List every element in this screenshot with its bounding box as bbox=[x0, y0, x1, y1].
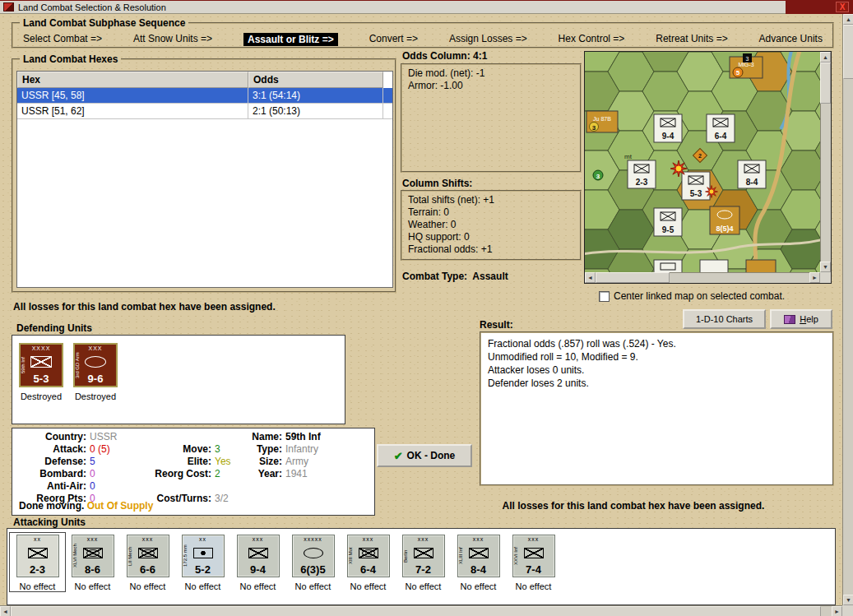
attacking-unit[interactable]: xxx XIII Mot 6-4 No effect bbox=[341, 533, 396, 591]
svg-text:6-4: 6-4 bbox=[715, 132, 727, 141]
window-vertical-scrollbar[interactable]: ▲ ▼ bbox=[842, 14, 853, 605]
scroll-up-button[interactable]: ▲ bbox=[843, 14, 853, 25]
svg-text:5-3: 5-3 bbox=[690, 189, 702, 198]
attacking-unit[interactable]: xxx Berlin 7-2 No effect bbox=[396, 533, 451, 591]
map-unit-counter[interactable]: 2-3 bbox=[628, 160, 656, 188]
shift-line: Terrain: 0 bbox=[408, 206, 574, 219]
info-value: 0 (5) bbox=[90, 443, 110, 455]
map-unit-counter[interactable]: 8(5)4 bbox=[710, 206, 739, 234]
attacking-unit[interactable]: xxx LII Mech 6-6 No effect bbox=[120, 533, 175, 591]
attacking-unit[interactable]: xxxxx 6(3)5 No effect bbox=[285, 533, 341, 591]
attacking-unit[interactable]: xx 172.5 mm 5-2 No effect bbox=[175, 533, 230, 591]
defending-unit[interactable]: XXX 3rd GD Arm 9-6 Destroyed bbox=[73, 343, 118, 416]
shift-line: Total shifts (net): +1 bbox=[408, 194, 574, 206]
map-unit-counter[interactable]: 6-4 bbox=[707, 114, 735, 142]
map-unit-counter[interactable] bbox=[700, 260, 728, 272]
map-air-unit-counter[interactable]: Ju 87B 3 bbox=[586, 111, 618, 132]
charts-button[interactable]: 1-D-10 Charts bbox=[683, 309, 766, 329]
sequence-step-assign-losses: Assign Losses => bbox=[449, 33, 527, 46]
unit-info-col1: Country:USSR Attack:0 (5) Defense:5 Bomb… bbox=[17, 431, 117, 505]
terrain-label: mt bbox=[624, 153, 633, 160]
combat-type-row: Combat Type: Assault bbox=[402, 271, 508, 282]
unit-status: No effect bbox=[75, 581, 111, 591]
svg-text:8-4: 8-4 bbox=[746, 178, 758, 187]
map-scroll-down-button[interactable]: ▼ bbox=[820, 262, 831, 272]
svg-text:3: 3 bbox=[592, 124, 596, 132]
map-unit-counter[interactable]: 8-4 bbox=[738, 160, 766, 188]
vscroll-thumb[interactable] bbox=[843, 25, 853, 79]
unit-status: No effect bbox=[350, 581, 387, 591]
unit-strength: 6(3)5 bbox=[293, 563, 334, 576]
unit-counter: xxx 9-4 bbox=[237, 535, 280, 577]
map-hscroll-thumb[interactable] bbox=[596, 272, 670, 283]
window-horizontal-scrollbar[interactable]: ◄ ► bbox=[0, 605, 842, 616]
scroll-right-button[interactable]: ► bbox=[832, 606, 842, 616]
attacking-unit[interactable]: xx 2-3 No effect bbox=[10, 533, 65, 591]
unit-status: No effect bbox=[240, 581, 276, 591]
unit-strength: 9-6 bbox=[75, 373, 116, 385]
attacking-unit[interactable]: xxx XXVI Inf 7-4 No effect bbox=[506, 533, 561, 591]
attacking-unit[interactable]: xxx XLVI Mech 8-6 No effect bbox=[65, 533, 120, 591]
center-map-checkbox-row: Center linked map on selected combat. bbox=[599, 290, 785, 302]
scroll-left-button[interactable]: ◄ bbox=[0, 606, 11, 616]
combat-type-label: Combat Type: bbox=[402, 271, 467, 282]
map-unit-counter[interactable]: 9-5 bbox=[654, 208, 682, 236]
unit-counter: xxx LII Mech 6-6 bbox=[127, 535, 169, 577]
svg-text:Ju 87B: Ju 87B bbox=[593, 116, 611, 122]
unit-counter: xxx XLVI Mech 8-6 bbox=[72, 535, 114, 577]
unit-counter: xxx XLIII Inf 8-4 bbox=[457, 535, 500, 577]
center-map-checkbox[interactable] bbox=[599, 291, 610, 302]
hex-table-row[interactable]: USSR [45, 58] 3:1 (54:14) bbox=[17, 88, 392, 104]
map-scroll-right-button[interactable]: ► bbox=[809, 272, 820, 283]
unit-status: Destroyed bbox=[75, 391, 116, 401]
artillery-symbol-icon bbox=[193, 548, 213, 558]
map-scroll-up-button[interactable]: ▲ bbox=[820, 52, 831, 63]
info-value: 5 bbox=[90, 456, 95, 467]
defending-units-panel: XXXX 59th Inf 5-3 Destroyed XXX 3rd GD A… bbox=[12, 335, 345, 424]
hex-column-header[interactable]: Hex bbox=[17, 72, 248, 88]
scroll-down-button[interactable]: ▼ bbox=[843, 595, 853, 605]
unit-strength: 7-4 bbox=[513, 563, 554, 576]
movement-status: Done moving. bbox=[19, 500, 84, 512]
attacking-unit[interactable]: xxx 9-4 No effect bbox=[230, 533, 285, 591]
attacking-unit[interactable]: xxx XLIII Inf 8-4 No effect bbox=[451, 533, 506, 591]
dialog-body: Land Combat Subphase Sequence Select Com… bbox=[0, 14, 842, 605]
armor-symbol-icon bbox=[304, 548, 323, 558]
unit-status: No effect bbox=[516, 581, 552, 591]
map-unit-counter[interactable] bbox=[746, 260, 776, 272]
unit-strength: 5-3 bbox=[21, 373, 62, 385]
help-icon bbox=[784, 315, 795, 324]
info-value: 3/2 bbox=[215, 493, 229, 504]
hex-table-header: Hex Odds bbox=[17, 72, 392, 88]
defending-unit[interactable]: XXXX 59th Inf 5-3 Destroyed bbox=[19, 343, 63, 416]
map-unit-counter[interactable]: 5-3 bbox=[682, 172, 710, 200]
map-scroll-left-button[interactable]: ◄ bbox=[585, 272, 596, 283]
hex-map[interactable]: mt MiG-3 5 Ju 87B 3 bbox=[585, 52, 820, 272]
column-shifts-panel: Total shifts (net): +1 Terrain: 0 Weathe… bbox=[401, 190, 582, 261]
title-bar[interactable]: Land Combat Selection & Resolution bbox=[0, 1, 786, 14]
unit-counter: xx 172.5 mm 5-2 bbox=[182, 535, 225, 577]
odds-column-header[interactable]: Odds bbox=[248, 72, 383, 88]
map-vertical-scrollbar[interactable]: ▲ ▼ bbox=[820, 52, 831, 272]
hex-table-row[interactable]: USSR [51, 62] 2:1 (50:13) bbox=[17, 104, 392, 119]
help-button[interactable]: Help bbox=[770, 309, 832, 329]
svg-text:2: 2 bbox=[698, 153, 702, 159]
result-line: Unmodified roll = 10, Modified = 9. bbox=[488, 350, 826, 364]
close-button[interactable]: X bbox=[836, 2, 849, 12]
hex-coordinate-badge: 3 bbox=[743, 53, 752, 63]
svg-text:2-3: 2-3 bbox=[636, 178, 648, 187]
map-horizontal-scrollbar[interactable]: ◄ ► bbox=[585, 272, 820, 283]
title-bar-right: X bbox=[786, 0, 853, 14]
hscroll-thumb[interactable] bbox=[11, 606, 821, 616]
sequence-step-att-snow-units: Att Snow Units => bbox=[133, 33, 212, 46]
map-unit-counter[interactable] bbox=[654, 260, 682, 272]
window-title: Land Combat Selection & Resolution bbox=[18, 2, 166, 12]
sequence-step-select-combat: Select Combat => bbox=[23, 33, 102, 46]
supply-status: Out Of Supply bbox=[87, 500, 154, 512]
ok-done-button[interactable]: ✔ OK - Done bbox=[377, 444, 472, 467]
svg-text:9-5: 9-5 bbox=[662, 225, 675, 234]
info-label: Size: bbox=[246, 456, 282, 468]
info-value: Yes bbox=[215, 456, 231, 467]
map-vscroll-thumb[interactable] bbox=[820, 63, 831, 104]
map-unit-counter[interactable]: 9-4 bbox=[654, 114, 682, 142]
